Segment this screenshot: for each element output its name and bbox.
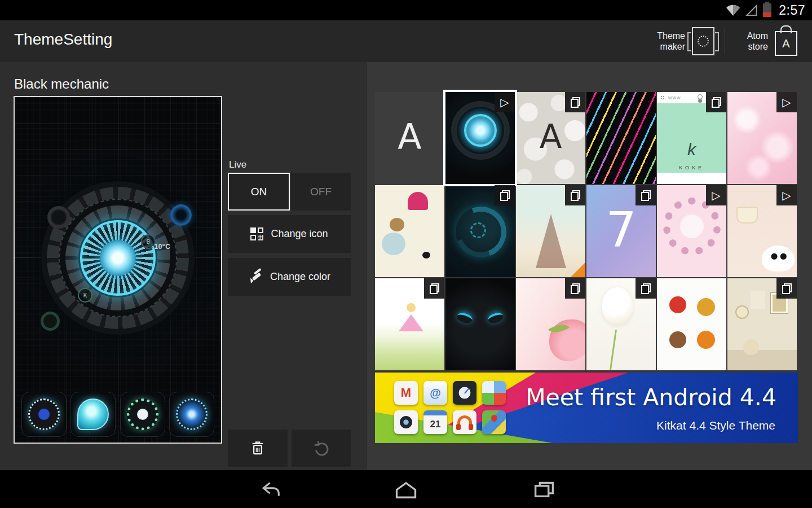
play-badge[interactable]: ▷ bbox=[776, 92, 797, 112]
temperature-readout: -10°C bbox=[152, 243, 170, 251]
grid-icon bbox=[250, 227, 263, 240]
back-button[interactable] bbox=[245, 470, 296, 508]
undo-button[interactable] bbox=[292, 430, 351, 467]
play-icon: ▷ bbox=[712, 190, 720, 201]
blue-dial-icon bbox=[170, 204, 192, 226]
email-icon: @ bbox=[423, 381, 447, 405]
theme-tile-black-mechanic[interactable]: ▷ bbox=[445, 92, 515, 184]
copy-icon bbox=[500, 190, 510, 201]
theme-tile-ballerina-girl[interactable] bbox=[375, 278, 444, 370]
copy-badge[interactable] bbox=[565, 278, 585, 299]
play-badge[interactable]: ▷ bbox=[776, 185, 797, 205]
change-color-label: Change color bbox=[270, 271, 330, 283]
theme-tile-dark-tiger[interactable] bbox=[445, 278, 515, 370]
app-header: ThemeSetting Theme maker Atom store A bbox=[0, 20, 812, 63]
kitkat-promo-banner[interactable]: M@21 Meet first Android 4.4 Kitkat 4.4 S… bbox=[375, 373, 798, 443]
header-actions: Theme maker Atom store A bbox=[642, 20, 807, 62]
current-theme-panel: Black mechanic B K -10°C Live bbox=[0, 62, 367, 470]
recents-button[interactable] bbox=[519, 470, 570, 508]
calendar-icon: 21 bbox=[423, 410, 447, 434]
recents-icon bbox=[533, 480, 555, 499]
trash-icon bbox=[249, 440, 266, 457]
theme-tile-floral-wreath[interactable]: ▷ bbox=[657, 185, 726, 277]
wifi-icon bbox=[726, 3, 740, 17]
dial-app-icon bbox=[21, 392, 67, 437]
theme-tile-koke[interactable]: www.kKOKE bbox=[657, 92, 726, 184]
theme-tile-white-tulip[interactable] bbox=[586, 278, 656, 370]
theme-tile-number-seven[interactable]: 7 bbox=[586, 185, 656, 277]
play-icon: ▷ bbox=[782, 97, 791, 108]
status-bar: 2:57 bbox=[0, 0, 812, 20]
atom-store-letter: A bbox=[782, 37, 789, 50]
undo-icon bbox=[312, 439, 331, 458]
play-badge[interactable]: ▷ bbox=[495, 92, 515, 112]
music-icon bbox=[453, 410, 476, 434]
theme-tile-vintage-room[interactable] bbox=[727, 278, 797, 370]
theme-setting-screen: 2:57 ThemeSetting Theme maker Atom store… bbox=[0, 0, 812, 508]
tile-letter: A bbox=[516, 117, 585, 156]
copy-icon bbox=[571, 190, 580, 201]
battery-icon bbox=[763, 3, 771, 17]
theme-tile-eiffel-tower[interactable] bbox=[516, 185, 585, 277]
home-button[interactable] bbox=[381, 470, 431, 508]
theme-tile-teal-mechanic[interactable] bbox=[445, 185, 515, 277]
android-nav-bar bbox=[0, 470, 812, 508]
copy-badge[interactable] bbox=[495, 185, 515, 205]
k-marker: K bbox=[78, 288, 92, 303]
theme-grid: A▷Awww.kKOKE▷7▷▷ bbox=[375, 92, 797, 370]
theme-controls: Live ON OFF Change icon Change color bbox=[228, 124, 351, 508]
camera-icon bbox=[394, 410, 418, 434]
clock-icon bbox=[453, 381, 476, 405]
banner-title: Meet first Android 4.4 bbox=[526, 384, 776, 411]
theme-tile-cherry-blossom[interactable]: ▷ bbox=[727, 92, 797, 184]
theme-tile-atom-logo-dark[interactable]: A bbox=[375, 92, 444, 184]
calculator-icon bbox=[482, 381, 506, 405]
theme-tile-neon-streaks[interactable] bbox=[586, 92, 656, 184]
banner-app-icons: M@21 bbox=[394, 381, 514, 434]
tile-letter: A bbox=[375, 116, 444, 157]
gear-icon bbox=[41, 312, 60, 331]
maps-icon bbox=[482, 410, 506, 434]
theme-tile-girl-with-birdcage[interactable] bbox=[375, 185, 444, 277]
copy-badge[interactable] bbox=[565, 185, 585, 205]
live-on-button[interactable]: ON bbox=[228, 173, 290, 211]
copy-icon bbox=[782, 283, 792, 294]
theme-maker-button[interactable]: Theme maker bbox=[642, 20, 725, 62]
chat-app-icon bbox=[70, 392, 116, 437]
copy-icon bbox=[641, 283, 651, 294]
theme-tile-pebbles-letter-a[interactable]: A bbox=[516, 92, 585, 184]
banner-subtitle: Kitkat 4.4 Style Theme bbox=[656, 419, 775, 432]
atom-store-bag-icon: A bbox=[775, 31, 797, 56]
current-theme-name: Black mechanic bbox=[14, 76, 109, 92]
tile-logo-letter: k bbox=[657, 140, 726, 159]
theme-maker-label: Theme maker bbox=[652, 30, 685, 52]
page-title: ThemeSetting bbox=[14, 30, 112, 49]
copy-badge[interactable] bbox=[565, 92, 585, 112]
delete-theme-button[interactable] bbox=[228, 430, 288, 467]
tile-letter: 7 bbox=[586, 201, 656, 257]
theme-maker-icon bbox=[692, 27, 714, 55]
theme-tile-pink-blossom[interactable] bbox=[516, 278, 585, 370]
theme-tile-hero-stickers[interactable] bbox=[657, 278, 726, 370]
preview-dock bbox=[21, 392, 214, 436]
play-icon: ▷ bbox=[500, 97, 509, 108]
copy-icon bbox=[641, 190, 651, 201]
change-icon-label: Change icon bbox=[271, 228, 328, 240]
change-color-button[interactable]: Change color bbox=[228, 258, 351, 296]
change-icon-button[interactable]: Change icon bbox=[228, 215, 351, 253]
live-off-button[interactable]: OFF bbox=[291, 173, 351, 211]
copy-badge[interactable] bbox=[776, 278, 797, 299]
copy-badge[interactable] bbox=[706, 92, 726, 112]
copy-badge[interactable] bbox=[424, 278, 444, 299]
theme-tile-coffee-cat[interactable]: ▷ bbox=[727, 185, 797, 277]
status-time: 2:57 bbox=[779, 3, 805, 18]
theme-live-preview: B K -10°C bbox=[14, 96, 222, 444]
gear-icon bbox=[47, 206, 70, 229]
atom-store-button[interactable]: Atom store A bbox=[725, 20, 807, 62]
copy-icon bbox=[571, 283, 580, 294]
play-badge[interactable]: ▷ bbox=[706, 185, 726, 205]
copy-badge[interactable] bbox=[636, 185, 656, 205]
home-icon bbox=[394, 480, 418, 499]
live-label: Live bbox=[229, 159, 246, 170]
copy-badge[interactable] bbox=[636, 278, 656, 299]
